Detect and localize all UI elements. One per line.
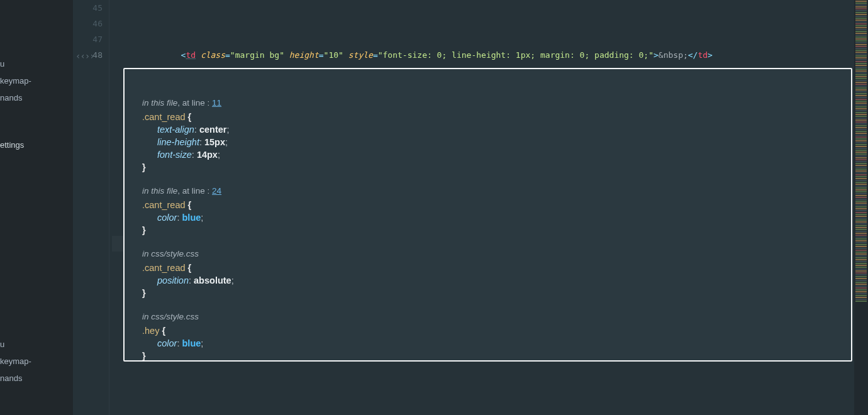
fold-marker-icon[interactable]: ‹‹›› (75, 51, 94, 61)
line-link[interactable]: 11 (212, 98, 221, 108)
minimap[interactable] (854, 0, 868, 415)
sidebar-item[interactable]: ettings (0, 136, 73, 153)
line-link[interactable]: 24 (212, 186, 221, 196)
sidebar: u -keymap nands ettings u -keymap nands … (0, 0, 73, 415)
line-number[interactable]: 45 (73, 0, 103, 16)
sidebar-item[interactable]: nands (0, 89, 73, 106)
definition-block[interactable]: in this file, at line : 11 .cant_read { … (142, 97, 833, 174)
line-number[interactable]: 47 (73, 31, 103, 47)
definition-source: in this file, at line : 24 (142, 185, 833, 197)
sidebar-item[interactable]: nands (0, 370, 73, 387)
definition-block[interactable]: in css/style.css .cant_read { position: … (142, 248, 833, 299)
definition-source: in css/style.css (142, 248, 833, 260)
sidebar-item[interactable]: u (0, 55, 73, 72)
sidebar-item[interactable]: u (0, 336, 73, 353)
sidebar-item[interactable]: -keymap (0, 353, 73, 370)
sidebar-item[interactable]: -keymap (0, 72, 73, 89)
code-line[interactable]: <td class="margin bg" height="10" style=… (112, 47, 853, 63)
line-number-gutter: 45 46 47 48 (73, 0, 109, 415)
definition-source: in this file, at line : 11 (142, 97, 833, 109)
line-number[interactable]: 46 (73, 16, 103, 31)
definition-source: in css/style.css (142, 311, 833, 323)
definition-block[interactable]: in css/style.css .hey { color: blue; } (142, 311, 833, 362)
css-definition-tooltip: in this file, at line : 11 .cant_read { … (123, 68, 852, 362)
definition-block[interactable]: in this file, at line : 24 .cant_read { … (142, 185, 833, 236)
